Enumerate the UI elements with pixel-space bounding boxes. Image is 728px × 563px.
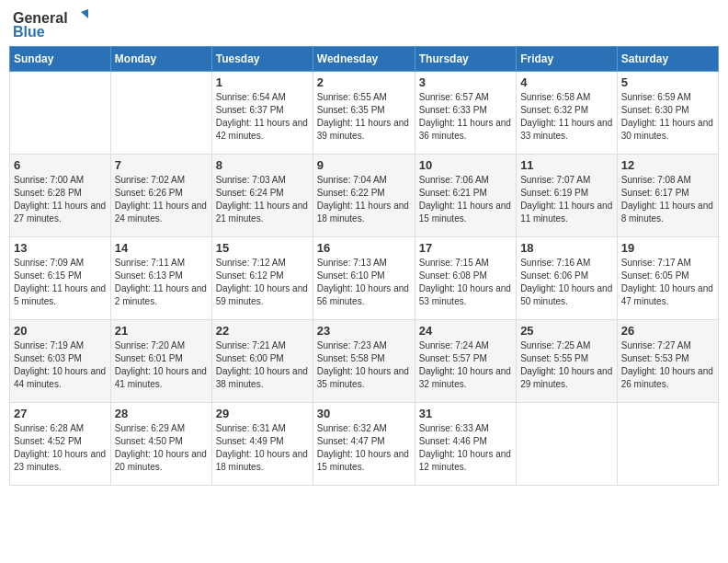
day-info: Sunrise: 7:02 AM Sunset: 6:26 PM Dayligh… — [115, 174, 208, 225]
calendar-week-row: 13Sunrise: 7:09 AM Sunset: 6:15 PM Dayli… — [10, 237, 719, 320]
calendar-cell: 8Sunrise: 7:03 AM Sunset: 6:24 PM Daylig… — [211, 155, 313, 237]
day-info: Sunrise: 7:06 AM Sunset: 6:21 PM Dayligh… — [419, 174, 512, 225]
day-number: 6 — [14, 158, 107, 172]
day-number: 24 — [419, 324, 512, 338]
calendar-cell — [617, 403, 718, 486]
calendar-cell: 11Sunrise: 7:07 AM Sunset: 6:19 PM Dayli… — [517, 155, 618, 237]
calendar-cell: 26Sunrise: 7:27 AM Sunset: 5:53 PM Dayli… — [617, 320, 718, 403]
day-number: 31 — [419, 407, 512, 420]
calendar-cell: 14Sunrise: 7:11 AM Sunset: 6:13 PM Dayli… — [110, 237, 211, 320]
calendar-cell: 19Sunrise: 7:17 AM Sunset: 6:05 PM Dayli… — [617, 237, 718, 320]
day-number: 10 — [419, 158, 512, 172]
calendar-cell: 1Sunrise: 6:54 AM Sunset: 6:37 PM Daylig… — [211, 72, 313, 155]
logo-bird-icon — [70, 9, 88, 28]
day-info: Sunrise: 6:31 AM Sunset: 4:49 PM Dayligh… — [216, 422, 309, 474]
day-number: 14 — [115, 241, 208, 255]
day-info: Sunrise: 6:33 AM Sunset: 4:46 PM Dayligh… — [419, 422, 512, 474]
day-number: 3 — [419, 75, 512, 89]
day-info: Sunrise: 6:58 AM Sunset: 6:32 PM Dayligh… — [520, 91, 613, 143]
weekday-header-wednesday: Wednesday — [313, 47, 415, 72]
day-number: 25 — [520, 324, 613, 338]
day-info: Sunrise: 7:25 AM Sunset: 5:55 PM Dayligh… — [520, 339, 613, 391]
logo: General Blue — [13, 9, 88, 40]
calendar-cell: 9Sunrise: 7:04 AM Sunset: 6:22 PM Daylig… — [313, 155, 415, 237]
calendar-cell — [10, 72, 111, 155]
day-info: Sunrise: 6:54 AM Sunset: 6:37 PM Dayligh… — [216, 91, 309, 143]
calendar-cell: 23Sunrise: 7:23 AM Sunset: 5:58 PM Dayli… — [313, 320, 415, 403]
day-info: Sunrise: 6:55 AM Sunset: 6:35 PM Dayligh… — [317, 91, 411, 143]
calendar-cell: 25Sunrise: 7:25 AM Sunset: 5:55 PM Dayli… — [517, 320, 618, 403]
weekday-header-friday: Friday — [517, 47, 618, 72]
day-number: 28 — [115, 407, 208, 420]
weekday-header-monday: Monday — [110, 47, 211, 72]
calendar-cell: 4Sunrise: 6:58 AM Sunset: 6:32 PM Daylig… — [517, 72, 618, 155]
day-info: Sunrise: 7:27 AM Sunset: 5:53 PM Dayligh… — [621, 339, 714, 391]
calendar-cell: 5Sunrise: 6:59 AM Sunset: 6:30 PM Daylig… — [617, 72, 718, 155]
day-info: Sunrise: 6:28 AM Sunset: 4:52 PM Dayligh… — [14, 422, 107, 474]
calendar-cell: 21Sunrise: 7:20 AM Sunset: 6:01 PM Dayli… — [110, 320, 211, 403]
day-info: Sunrise: 7:08 AM Sunset: 6:17 PM Dayligh… — [621, 174, 714, 225]
day-info: Sunrise: 7:07 AM Sunset: 6:19 PM Dayligh… — [520, 174, 613, 225]
calendar-cell: 7Sunrise: 7:02 AM Sunset: 6:26 PM Daylig… — [110, 155, 211, 237]
page-header: General Blue — [9, 9, 719, 40]
calendar-cell: 18Sunrise: 7:16 AM Sunset: 6:06 PM Dayli… — [517, 237, 618, 320]
calendar-cell: 27Sunrise: 6:28 AM Sunset: 4:52 PM Dayli… — [10, 403, 111, 486]
day-info: Sunrise: 6:29 AM Sunset: 4:50 PM Dayligh… — [115, 422, 208, 474]
calendar-cell: 20Sunrise: 7:19 AM Sunset: 6:03 PM Dayli… — [10, 320, 111, 403]
calendar-cell: 17Sunrise: 7:15 AM Sunset: 6:08 PM Dayli… — [415, 237, 516, 320]
day-info: Sunrise: 7:20 AM Sunset: 6:01 PM Dayligh… — [115, 339, 208, 391]
day-number: 18 — [520, 241, 613, 255]
day-info: Sunrise: 7:24 AM Sunset: 5:57 PM Dayligh… — [419, 339, 512, 391]
day-info: Sunrise: 7:11 AM Sunset: 6:13 PM Dayligh… — [115, 257, 208, 308]
day-number: 23 — [317, 324, 411, 338]
calendar-table: SundayMondayTuesdayWednesdayThursdayFrid… — [9, 46, 719, 486]
day-number: 27 — [14, 407, 107, 420]
day-info: Sunrise: 6:32 AM Sunset: 4:47 PM Dayligh… — [317, 422, 411, 474]
day-number: 29 — [216, 407, 309, 420]
day-number: 17 — [419, 241, 512, 255]
day-info: Sunrise: 7:16 AM Sunset: 6:06 PM Dayligh… — [520, 257, 613, 308]
weekday-header-saturday: Saturday — [617, 47, 718, 72]
calendar-cell: 16Sunrise: 7:13 AM Sunset: 6:10 PM Dayli… — [313, 237, 415, 320]
calendar-week-row: 1Sunrise: 6:54 AM Sunset: 6:37 PM Daylig… — [10, 72, 719, 155]
day-info: Sunrise: 7:03 AM Sunset: 6:24 PM Dayligh… — [216, 174, 309, 225]
day-number: 30 — [317, 407, 411, 420]
day-number: 4 — [520, 75, 613, 89]
calendar-week-row: 20Sunrise: 7:19 AM Sunset: 6:03 PM Dayli… — [10, 320, 719, 403]
day-number: 19 — [621, 241, 714, 255]
day-info: Sunrise: 7:19 AM Sunset: 6:03 PM Dayligh… — [14, 339, 107, 391]
day-info: Sunrise: 6:59 AM Sunset: 6:30 PM Dayligh… — [621, 91, 714, 143]
day-number: 16 — [317, 241, 411, 255]
day-info: Sunrise: 7:04 AM Sunset: 6:22 PM Dayligh… — [317, 174, 411, 225]
calendar-cell: 15Sunrise: 7:12 AM Sunset: 6:12 PM Dayli… — [211, 237, 313, 320]
day-number: 11 — [520, 158, 613, 172]
calendar-cell: 31Sunrise: 6:33 AM Sunset: 4:46 PM Dayli… — [415, 403, 516, 486]
calendar-cell: 2Sunrise: 6:55 AM Sunset: 6:35 PM Daylig… — [313, 72, 415, 155]
day-info: Sunrise: 7:15 AM Sunset: 6:08 PM Dayligh… — [419, 257, 512, 308]
calendar-week-row: 6Sunrise: 7:00 AM Sunset: 6:28 PM Daylig… — [10, 155, 719, 237]
day-info: Sunrise: 7:12 AM Sunset: 6:12 PM Dayligh… — [216, 257, 309, 308]
weekday-header-sunday: Sunday — [10, 47, 111, 72]
calendar-cell — [517, 403, 618, 486]
day-number: 7 — [115, 158, 208, 172]
calendar-cell: 29Sunrise: 6:31 AM Sunset: 4:49 PM Dayli… — [211, 403, 313, 486]
day-info: Sunrise: 7:13 AM Sunset: 6:10 PM Dayligh… — [317, 257, 411, 308]
calendar-cell — [110, 72, 211, 155]
calendar-cell: 28Sunrise: 6:29 AM Sunset: 4:50 PM Dayli… — [110, 403, 211, 486]
svg-marker-0 — [81, 9, 88, 18]
calendar-cell: 22Sunrise: 7:21 AM Sunset: 6:00 PM Dayli… — [211, 320, 313, 403]
calendar-cell: 3Sunrise: 6:57 AM Sunset: 6:33 PM Daylig… — [415, 72, 516, 155]
weekday-header-row: SundayMondayTuesdayWednesdayThursdayFrid… — [10, 47, 719, 72]
day-number: 12 — [621, 158, 714, 172]
day-number: 15 — [216, 241, 309, 255]
calendar-cell: 12Sunrise: 7:08 AM Sunset: 6:17 PM Dayli… — [617, 155, 718, 237]
calendar-cell: 24Sunrise: 7:24 AM Sunset: 5:57 PM Dayli… — [415, 320, 516, 403]
day-number: 9 — [317, 158, 411, 172]
day-number: 22 — [216, 324, 309, 338]
day-info: Sunrise: 6:57 AM Sunset: 6:33 PM Dayligh… — [419, 91, 512, 143]
calendar-week-row: 27Sunrise: 6:28 AM Sunset: 4:52 PM Dayli… — [10, 403, 719, 486]
day-number: 1 — [216, 75, 309, 89]
day-info: Sunrise: 7:17 AM Sunset: 6:05 PM Dayligh… — [621, 257, 714, 308]
day-number: 13 — [14, 241, 107, 255]
day-number: 21 — [115, 324, 208, 338]
